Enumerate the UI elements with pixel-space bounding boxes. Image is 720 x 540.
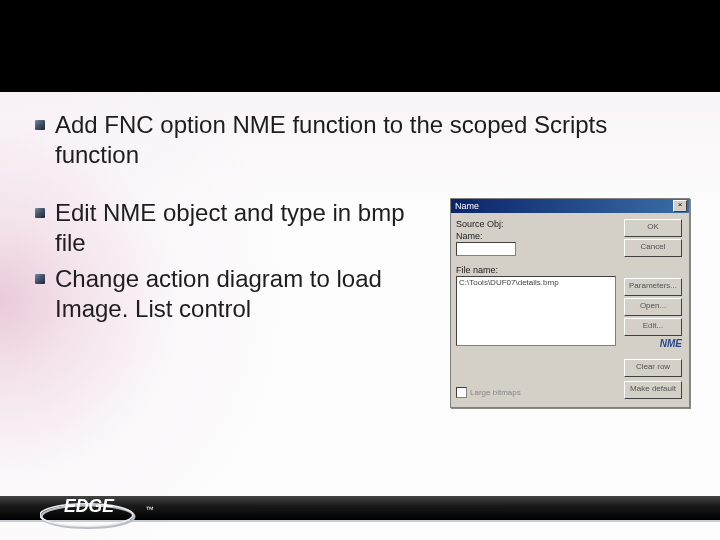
ok-button[interactable]: OK [624, 219, 682, 237]
bullet-icon [35, 120, 45, 130]
bullet-2: Edit NME object and type in bmp file [35, 198, 432, 258]
bullet-icon [35, 208, 45, 218]
filename-listbox[interactable]: C:\Tools\DUF07\details.bmp [456, 276, 616, 346]
label-source-obj: Source Obj: [456, 219, 620, 229]
name-dialog: Name × Source Obj: Name: OK [450, 198, 690, 408]
label-filename: File name: [456, 265, 684, 275]
bullet-3: Change action diagram to load Image. Lis… [35, 264, 432, 324]
bullet-2-text: Edit NME object and type in bmp file [55, 198, 432, 258]
edge-logo: EDGE ™ [40, 484, 200, 530]
svg-text:™: ™ [146, 505, 154, 514]
close-icon[interactable]: × [673, 200, 687, 212]
clear-row-button[interactable]: Clear row [624, 359, 682, 377]
slide: Add FNC option NME function to the scope… [0, 0, 720, 540]
dialog-titlebar: Name × [451, 199, 689, 213]
right-column: Name × Source Obj: Name: OK [450, 198, 690, 408]
large-bitmaps-label: Large bitmaps [470, 388, 521, 397]
open-button[interactable]: Open... [624, 298, 682, 316]
list-item[interactable]: C:\Tools\DUF07\details.bmp [459, 278, 613, 287]
bullet-icon [35, 274, 45, 284]
make-default-button[interactable]: Make default [624, 381, 682, 399]
large-bitmaps-checkbox[interactable]: Large bitmaps [456, 387, 620, 398]
content-area: Add FNC option NME function to the scope… [35, 110, 690, 408]
footer: EDGE ™ [0, 478, 720, 540]
edit-button[interactable]: Edit... [624, 318, 682, 336]
two-column-row: Edit NME object and type in bmp file Cha… [35, 198, 690, 408]
cancel-button[interactable]: Cancel [624, 239, 682, 257]
left-column: Edit NME object and type in bmp file Cha… [35, 198, 450, 330]
title-bar [0, 0, 720, 92]
dialog-body: Source Obj: Name: OK Cancel File name: [451, 213, 689, 407]
dialog-title-text: Name [455, 201, 479, 211]
parameters-button[interactable]: Parameters... [624, 278, 682, 296]
name-field[interactable] [456, 242, 516, 256]
nme-badge: NME [624, 338, 682, 349]
label-name: Name: [456, 231, 620, 241]
brand-text: EDGE [64, 496, 115, 516]
bullet-3-text: Change action diagram to load Image. Lis… [55, 264, 432, 324]
bullet-1-text: Add FNC option NME function to the scope… [55, 110, 690, 170]
bullet-1: Add FNC option NME function to the scope… [35, 110, 690, 170]
checkbox-icon [456, 387, 467, 398]
